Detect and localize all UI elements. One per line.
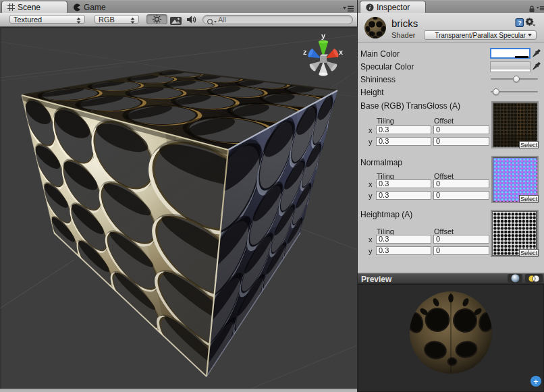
svg-text:y: y (321, 32, 326, 40)
svg-text:+: + (533, 376, 539, 387)
svg-text:z: z (303, 48, 307, 56)
svg-text:x: x (339, 48, 344, 56)
svg-text:?: ? (518, 20, 521, 26)
